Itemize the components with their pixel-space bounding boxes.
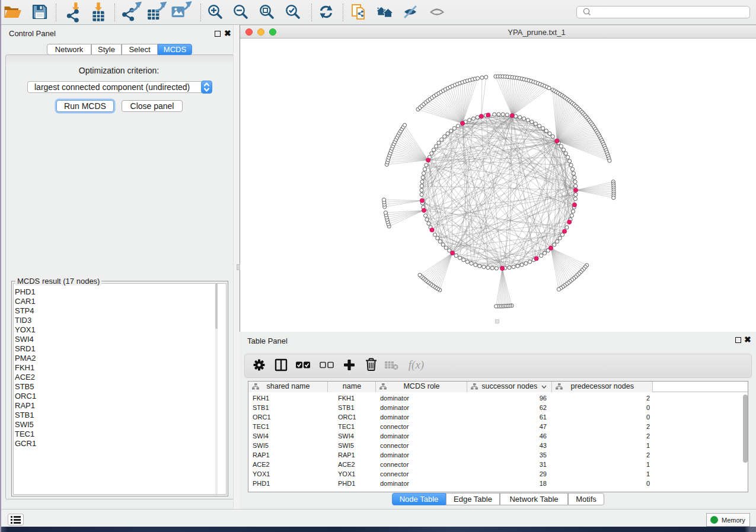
svg-text:f(x): f(x) (409, 358, 424, 371)
